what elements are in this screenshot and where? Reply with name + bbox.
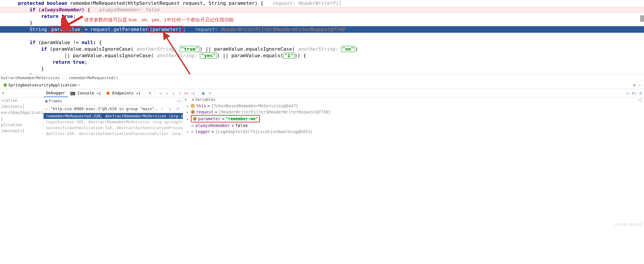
run-tab-bar: SpringbootsecurityApplication × ⚙ — <box>0 81 644 89</box>
run-to-cursor-icon[interactable]: →| <box>191 91 196 96</box>
code-editor[interactable]: protected boolean rememberMeRequested(Ht… <box>0 0 644 74</box>
highlight-box: paramValue <box>50 26 82 33</box>
list-item[interactable]: 7Application <box>1 134 43 135</box>
check-icon: ✔ <box>45 106 48 111</box>
evaluate-icon[interactable]: ▦ <box>201 91 206 96</box>
watermark: CSDN @一改小蚊仔 <box>614 222 642 226</box>
run-config-tab[interactable]: SpringbootsecurityApplication × <box>1 82 82 88</box>
filter-icon[interactable]: ▽ <box>0 89 6 97</box>
highlight-box: "yes" <box>200 52 217 59</box>
frame-row[interactable]: doFilter:240, AbstractAuthenticationProc… <box>44 131 183 135</box>
panel-title: Frames <box>49 99 62 103</box>
restore-icon[interactable]: ⊡ <box>638 91 643 96</box>
breadcrumb-item[interactable]: rememberMeRequested() <box>69 75 118 80</box>
primitive-icon: ∞ <box>191 128 194 135</box>
list-item[interactable]: earchDay3Application [ <box>1 109 43 122</box>
param-icon <box>193 117 197 121</box>
layout-icon[interactable]: ▭ <box>625 91 630 96</box>
var-row-highlighted[interactable]: ▸ parameter = "remember-me" <box>185 115 642 122</box>
breadcrumb-sep: 〉 <box>62 75 66 80</box>
close-icon[interactable]: × <box>78 83 80 87</box>
code-line: if (alwaysRemember) { alwaysRemember: fa… <box>0 7 644 13</box>
dropdown-icon[interactable]: ⌄ <box>155 106 158 111</box>
frame-row[interactable]: rememberMeRequested:338, AbstractRemembe… <box>44 113 183 119</box>
trace-icon[interactable]: ≋ <box>208 91 212 96</box>
step-over-icon[interactable]: ⤻ <box>158 91 163 96</box>
filter-frames-icon[interactable]: ▽ <box>176 106 180 111</box>
more-icon[interactable]: →| <box>177 99 181 103</box>
variables-list[interactable]: ▸⊜ this = {TokenBasedRememberMeServices@… <box>183 102 644 136</box>
step-into-icon[interactable]: ↓ <box>164 91 169 96</box>
scrollbar-thumb[interactable] <box>640 15 644 22</box>
show-execution-point-icon[interactable]: ≡ <box>148 91 152 96</box>
highlight-box: "on" <box>341 46 355 52</box>
minimize-icon[interactable]: — <box>638 83 641 87</box>
run-configs-list[interactable]: ication [devtools] earchDay3Application … <box>0 97 44 135</box>
run-config-label: SpringbootsecurityApplication <box>8 83 77 87</box>
force-step-into-icon[interactable]: ↓ <box>171 91 176 96</box>
code-line <box>0 33 644 39</box>
code-line: if (paramValue.equalsIgnoreCase( another… <box>0 46 644 52</box>
frame-row[interactable]: successfulAuthentication:318, AbstractAu… <box>44 125 183 131</box>
more-icon[interactable]: →| <box>638 97 642 102</box>
code-line: } <box>0 72 644 74</box>
tab-debugger[interactable]: Debugger <box>44 89 68 97</box>
thread-selector[interactable]: "http-nio-8989-exec-3"@5,619 in group "m… <box>49 106 154 112</box>
highlight-box: "1" <box>283 52 294 59</box>
code-line: } <box>0 65 644 72</box>
highlight-box: "true" <box>180 46 200 52</box>
annotation-text: 请求参数的值可以是 true、on、yes、1中任何一个都会开启记住我功能 <box>84 17 234 23</box>
stack-icon: ▣ <box>45 99 48 103</box>
vars-icon: ≡ <box>192 97 194 102</box>
next-frame-icon[interactable]: ↓ <box>168 106 172 111</box>
debugger-toolbar: ▽ Debugger >_ Console →| ⬣ Endpoints →| … <box>0 89 644 97</box>
breadcrumb-item[interactable]: bstractRememberMeServices <box>1 75 60 80</box>
code-line: return true; <box>0 59 644 65</box>
panel-title: Variables <box>196 97 216 102</box>
step-out-icon[interactable]: ↑ <box>178 91 182 96</box>
highlight-box: (parameter) <box>148 26 183 33</box>
spring-icon <box>4 83 7 87</box>
var-row[interactable]: ∞ alwaysRemember = false <box>185 122 642 128</box>
pin-icon[interactable]: ≡↓ <box>632 91 636 96</box>
param-icon <box>191 110 195 114</box>
var-row[interactable]: ▸⊜ this = {TokenBasedRememberMeServices@… <box>185 103 642 109</box>
frames-panel: ▣ Frames →| ✔ "http-nio-8989-exec-3"@5,6… <box>44 97 183 135</box>
code-line: || paramValue.equalsIgnoreCase( anotherS… <box>0 52 644 59</box>
tab-console[interactable]: >_ Console →| <box>68 89 104 97</box>
highlight-box: parameter = "remember-me" <box>191 115 260 122</box>
list-item[interactable]: ication [devtools] <box>1 97 43 109</box>
var-row[interactable]: ▸∞ logger = {LogAdapter$Slf4jLocationAwa… <box>185 128 642 135</box>
variables-panel: + ≡ Variables →| ▸⊜ this = {TokenBasedRe… <box>183 97 644 135</box>
gear-icon[interactable]: ⚙ <box>633 83 636 87</box>
object-icon: ⊜ <box>191 104 195 108</box>
code-line: if (paramValue != null) { <box>0 39 644 46</box>
list-item[interactable]: plication [devtools] <box>1 122 43 134</box>
breadcrumb[interactable]: bstractRememberMeServices 〉 rememberMeRe… <box>0 74 644 81</box>
primitive-icon: ∞ <box>191 122 194 128</box>
code-line-selected: String paramValue = request.getParameter… <box>0 26 644 33</box>
var-row[interactable]: ▸ request = {HeaderWriterFilter$HeaderWr… <box>185 109 642 115</box>
tab-endpoints[interactable]: ⬣ Endpoints →| <box>104 89 143 97</box>
frames-list[interactable]: rememberMeRequested:338, AbstractRemembe… <box>44 113 183 135</box>
code-line: protected boolean rememberMeRequested(Ht… <box>0 0 644 7</box>
drop-frame-icon[interactable]: ✕↓ <box>184 91 189 96</box>
frame-row[interactable]: loginSuccess:305, AbstractRememberMeServ… <box>44 119 183 125</box>
add-watch-icon[interactable]: + <box>185 97 187 102</box>
prev-frame-icon[interactable]: ↑ <box>160 106 164 111</box>
